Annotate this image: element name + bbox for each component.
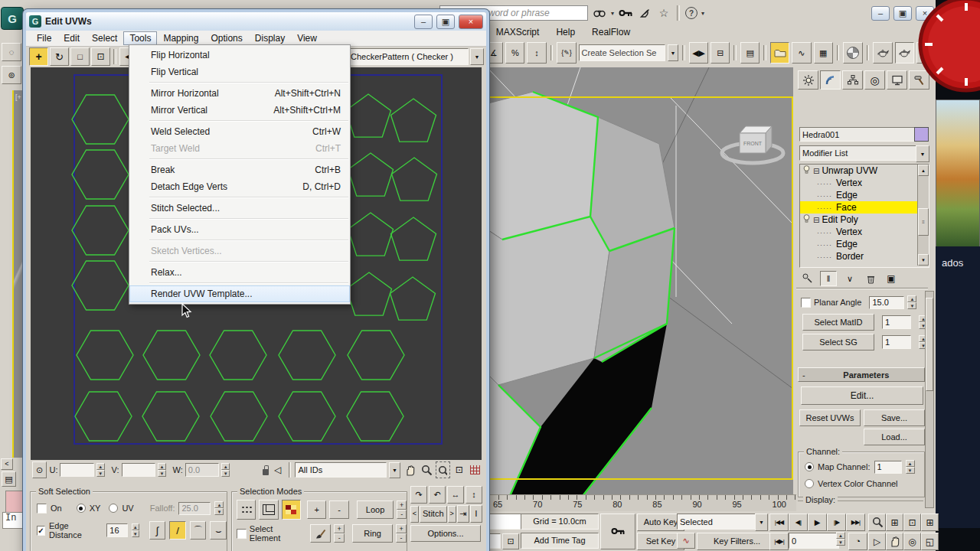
go-to-start-button[interactable]: |◀◀ bbox=[769, 514, 789, 531]
dope-sheet-icon[interactable]: ▦ bbox=[814, 42, 833, 64]
menu-item-pack-uvs[interactable]: Pack UVs... bbox=[129, 221, 350, 238]
isolate-icon[interactable]: ⊡ bbox=[502, 533, 519, 549]
rotate-plus90-icon[interactable]: ↷ bbox=[410, 486, 427, 504]
visibility-bulb-icon[interactable] bbox=[803, 165, 811, 177]
orbit-icon[interactable]: ◎ bbox=[903, 533, 921, 550]
falloff-smooth-icon[interactable]: ∫ bbox=[149, 521, 166, 540]
menu-item-render-uvw-template[interactable]: Render UVW Template... bbox=[129, 285, 350, 302]
zoom-extents-all-icon[interactable]: ⊞ bbox=[921, 514, 939, 531]
menu-item-relax[interactable]: Relax... bbox=[129, 264, 350, 281]
zoom-icon[interactable] bbox=[868, 514, 886, 531]
spinner-snap-icon[interactable]: ↕ bbox=[527, 42, 546, 64]
uv-zoom-icon[interactable] bbox=[420, 462, 433, 478]
left-toolbar-icon-2[interactable]: ⊚ bbox=[2, 66, 21, 84]
fov-icon[interactable]: ▷ bbox=[868, 533, 886, 550]
frame-spinner[interactable]: ▲▼ bbox=[836, 532, 845, 546]
soft-selection-on-checkbox[interactable] bbox=[37, 504, 47, 514]
set-keys-button[interactable] bbox=[600, 514, 635, 549]
vertex-color-radio[interactable] bbox=[805, 479, 814, 488]
go-to-end-button[interactable]: ▶▶| bbox=[846, 514, 865, 531]
maximize-viewport-toggle[interactable]: ◱ bbox=[921, 533, 939, 550]
xy-radio[interactable] bbox=[77, 504, 86, 513]
align-v-tool-icon[interactable]: Ⅰ bbox=[470, 505, 482, 523]
left-toolbar-icon[interactable]: ◌ bbox=[2, 43, 21, 61]
collapse-icon[interactable]: ⊟ bbox=[813, 216, 819, 224]
save-uvws-button[interactable]: Save... bbox=[864, 409, 925, 426]
object-color-swatch[interactable] bbox=[914, 127, 929, 142]
help-icon[interactable]: ? bbox=[685, 7, 697, 19]
sg-field[interactable]: 1 bbox=[882, 335, 911, 349]
align-icon[interactable]: ⊟ bbox=[710, 42, 730, 64]
curve-editor-icon[interactable]: ∿ bbox=[792, 42, 811, 64]
paint-select-icon[interactable] bbox=[310, 524, 332, 543]
search-options-arrow[interactable]: ▾ bbox=[611, 10, 614, 17]
panel-scrollbar[interactable] bbox=[925, 291, 934, 508]
named-selection-set-field[interactable]: Create Selection Se bbox=[579, 44, 665, 61]
timeline-ruler[interactable]: 65707580859095100 bbox=[481, 494, 796, 513]
object-name-field[interactable]: Hedra001 bbox=[799, 127, 916, 142]
uv-zoom-region-icon[interactable] bbox=[436, 461, 450, 478]
freeform-tool-icon[interactable]: ⊡ bbox=[91, 47, 110, 66]
map-channel-spinner[interactable]: ▲▼ bbox=[906, 460, 915, 474]
stack-item-unwrap-uvw[interactable]: ⊟Unwrap UVW bbox=[800, 165, 910, 177]
viewport-label[interactable]: [+ bbox=[15, 93, 21, 101]
menu-item-detach-edge-verts[interactable]: Detach Edge VertsD, Ctrl+D bbox=[129, 178, 350, 195]
uvw-menu-view[interactable]: View bbox=[291, 31, 323, 45]
modifier-list-arrow[interactable]: ▼ bbox=[916, 145, 929, 162]
edge-distance-checkbox[interactable]: ✓ bbox=[37, 526, 45, 536]
stack-scrollbar[interactable]: ▲ ≡ ▼ bbox=[917, 165, 929, 266]
graphite-ribbon-icon[interactable] bbox=[770, 42, 789, 64]
show-end-result-icon[interactable]: ‖ bbox=[820, 271, 837, 286]
menu-item-mirror-horizontal[interactable]: Mirror HorizontalAlt+Shift+Ctrl+N bbox=[129, 85, 350, 102]
tab-motion-icon[interactable]: ◎ bbox=[864, 70, 885, 90]
uvw-menu-mapping[interactable]: Mapping bbox=[157, 31, 204, 45]
texture-dropdown[interactable]: CheckerPattern ( Checker ) bbox=[348, 48, 469, 65]
select-element-checkbox[interactable] bbox=[237, 529, 247, 539]
map-channel-radio[interactable] bbox=[805, 462, 814, 471]
rendered-frame-window-icon[interactable] bbox=[873, 42, 892, 64]
menu-item-weld-selected[interactable]: Weld SelectedCtrl+W bbox=[129, 123, 350, 140]
play-button[interactable]: ▶ bbox=[808, 514, 827, 531]
uvw-menu-edit[interactable]: Edit bbox=[57, 31, 86, 45]
lock-selection-icon[interactable] bbox=[263, 469, 270, 475]
tab-create-icon[interactable] bbox=[798, 70, 818, 90]
add-time-tag[interactable]: Add Time Tag bbox=[521, 533, 599, 549]
falloff-field[interactable]: 25.0 bbox=[178, 502, 211, 515]
mirror-icon[interactable]: ◀▶ bbox=[689, 42, 708, 64]
planar-angle-field[interactable]: 15.0 bbox=[869, 296, 904, 309]
collapse-icon[interactable]: ⊟ bbox=[813, 167, 819, 175]
v-spinner[interactable]: ▲▼ bbox=[158, 463, 165, 477]
layer-manager-icon[interactable]: ▤ bbox=[740, 42, 760, 64]
key-icon[interactable] bbox=[618, 5, 633, 21]
falloff-spinner[interactable]: ▲▼ bbox=[214, 501, 224, 515]
uvw-menu-tools[interactable]: Tools bbox=[123, 31, 157, 45]
edge-mode-icon[interactable] bbox=[259, 500, 278, 520]
time-configuration-icon[interactable]: ◔ bbox=[848, 533, 867, 550]
stack-scroll-up[interactable]: ▲ bbox=[918, 165, 929, 176]
stack-scroll-down[interactable]: ▼ bbox=[918, 254, 929, 266]
uvw-close-button[interactable]: × bbox=[459, 15, 483, 29]
current-frame-field[interactable]: 0 bbox=[789, 533, 839, 549]
next-frame-button[interactable]: ||▶ bbox=[827, 514, 846, 531]
menu-realflow[interactable]: RealFlow bbox=[585, 25, 637, 39]
stack-scroll-thumb[interactable]: ≡ bbox=[918, 208, 929, 236]
window-maximize-button[interactable]: ▣ bbox=[893, 6, 912, 21]
stack-item-vertex[interactable]: Vertex bbox=[800, 226, 924, 238]
edit-named-selections-icon[interactable]: {✎} bbox=[557, 42, 576, 64]
satellite-icon[interactable] bbox=[637, 5, 652, 21]
parameters-rollout[interactable]: - Parameters bbox=[798, 367, 925, 382]
select-matid-button[interactable]: Select MatID bbox=[802, 314, 874, 331]
stack-item-face[interactable]: Face bbox=[800, 201, 924, 214]
help-options-arrow[interactable]: ▾ bbox=[701, 10, 704, 17]
vertex-mode-icon[interactable] bbox=[237, 500, 256, 520]
face-mode-icon[interactable] bbox=[282, 500, 301, 520]
uvw-menu-display[interactable]: Display bbox=[249, 31, 291, 45]
zoom-all-icon[interactable]: ⊞ bbox=[886, 514, 903, 531]
w-spinner[interactable]: ▲▼ bbox=[221, 463, 229, 477]
uv-radio[interactable] bbox=[109, 504, 118, 513]
curves-icon[interactable]: ∿ bbox=[677, 533, 695, 549]
ring-button[interactable]: Ring bbox=[352, 524, 393, 543]
configure-modifier-sets-icon[interactable]: ▣ bbox=[884, 272, 899, 285]
render-setup-icon[interactable] bbox=[843, 42, 862, 64]
stack-item-edit-poly[interactable]: ⊟Edit Poly bbox=[800, 214, 910, 226]
